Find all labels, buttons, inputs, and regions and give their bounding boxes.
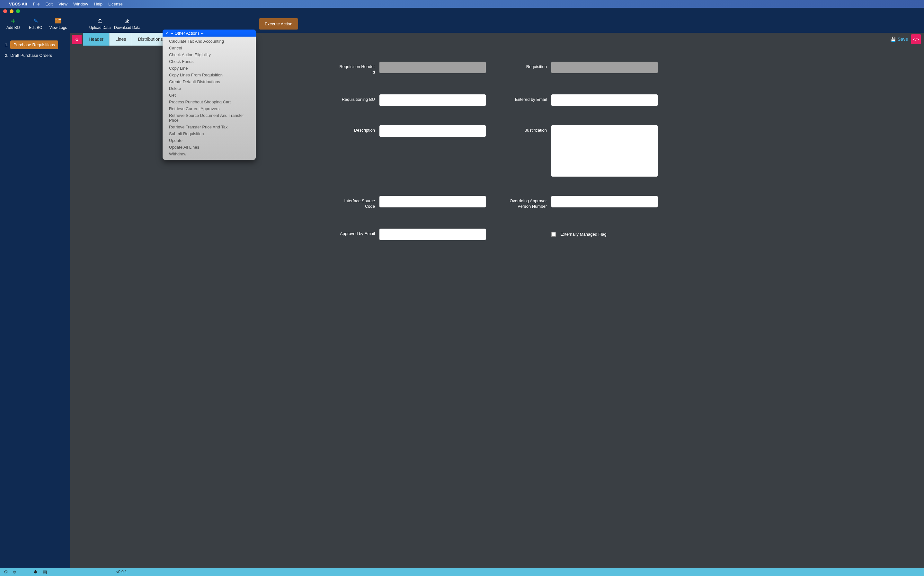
dropdown-option[interactable]: Create Default Distributions [162,78,256,85]
download-icon [124,18,130,24]
bug-icon[interactable]: ✱ [34,569,38,574]
dropdown-selected[interactable]: -- Other Actions -- [162,30,256,37]
field-requisition-header-id: Requisition Header Id [336,62,486,75]
sidebar-item-label: Purchase Requisitions [10,40,58,49]
upload-icon [97,18,103,24]
dropdown-option[interactable]: Retrieve Current Approvers [162,105,256,112]
add-bo-button[interactable]: ＋ Add BO [2,18,24,30]
input-entered-by-email[interactable] [551,94,658,106]
sidebar-item-number: 2. [4,53,8,58]
dropdown-option[interactable]: Check Funds [162,58,256,65]
code-view-button[interactable]: </> [911,34,921,44]
tab-header[interactable]: Header [83,33,109,46]
menu-view[interactable]: View [58,2,67,6]
label-interface-source-code: Interface Source Code [336,196,375,210]
dropdown-option[interactable]: Retrieve Transfer Price And Tax [162,123,256,130]
clipboard-icon[interactable]: ▤ [43,569,47,574]
field-entered-by-email: Entered by Email [508,94,658,106]
input-requisitioning-bu[interactable] [379,94,486,106]
other-actions-dropdown[interactable]: -- Other Actions -- Calculate Tax And Ac… [162,30,256,160]
save-icon: 💾 [890,37,896,42]
zoom-icon[interactable] [16,9,20,13]
edit-bo-button[interactable]: ✎ Edit BO [24,18,47,30]
label-requisition: Requisition [508,62,547,70]
save-button[interactable]: 💾 Save [890,33,908,46]
sidebar-item-label: Draft Purchase Orders [10,53,52,58]
dropdown-option[interactable]: Delete [162,85,256,92]
field-interface-source-code: Interface Source Code [336,196,486,210]
input-description[interactable] [379,125,486,137]
dropdown-option[interactable]: Get [162,92,256,99]
status-bar: ⚙ ⎋ ✱ ▤ v0.0.1 [0,568,924,576]
logs-icon [55,18,61,24]
execute-action-button[interactable]: Execute Action [259,18,298,30]
label-entered-by-email: Entered by Email [508,94,547,102]
dropdown-option[interactable]: Process Punchout Shopping Cart [162,99,256,105]
toolbar: ＋ Add BO ✎ Edit BO View Logs Upload Data… [0,15,924,33]
logout-icon[interactable]: ⎋ [13,569,16,574]
dropdown-list: Calculate Tax And Accounting Cancel Chec… [162,37,256,160]
app-name[interactable]: VBCS Alt [9,2,27,6]
collapse-sidebar-button[interactable]: « [72,35,82,44]
close-icon[interactable] [3,9,7,13]
sidebar-item-draft-purchase-orders[interactable]: 2. Draft Purchase Orders [0,51,70,60]
content: 1. Purchase Requisitions 2. Draft Purcha… [0,33,924,568]
label-requisitioning-bu: Requisitioning BU [336,94,375,102]
menu-help[interactable]: Help [94,2,103,6]
checkbox-externally-managed[interactable] [551,232,556,237]
input-approved-by-email[interactable] [379,229,486,240]
menu-license[interactable]: License [108,2,123,6]
field-description: Description [336,125,486,177]
dropdown-option[interactable]: Submit Requisition [162,130,256,137]
tab-lines[interactable]: Lines [109,33,132,46]
sidebar: 1. Purchase Requisitions 2. Draft Purcha… [0,33,70,568]
dropdown-option[interactable]: Copy Line [162,65,256,72]
chevron-double-left-icon: « [75,37,79,42]
menu-window[interactable]: Window [73,2,88,6]
sidebar-item-number: 1. [4,42,8,47]
upload-label: Upload Data [89,26,111,30]
dropdown-option[interactable]: Copy Lines From Requisition [162,72,256,78]
download-label: Download Data [114,26,140,30]
menu-file[interactable]: File [33,2,40,6]
gear-icon[interactable]: ⚙ [4,569,8,574]
window-titlebar [0,8,924,15]
field-requisitioning-bu: Requisitioning BU [336,94,486,106]
input-interface-source-code[interactable] [379,196,486,207]
dropdown-option[interactable]: Withdraw [162,150,256,157]
upload-data-button[interactable]: Upload Data [89,18,111,30]
view-logs-button[interactable]: View Logs [47,18,69,30]
dropdown-option[interactable]: Retrieve Source Document And Transfer Pr… [162,112,256,123]
label-requisition-header-id: Requisition Header Id [336,62,375,75]
plus-icon: ＋ [10,18,17,24]
dropdown-option[interactable]: Cancel [162,45,256,51]
minimize-icon[interactable] [10,9,13,13]
add-bo-label: Add BO [6,26,20,30]
version-label: v0.0.1 [116,570,127,574]
dropdown-option[interactable]: Check Action Eligibility [162,51,256,58]
dropdown-option[interactable]: Calculate Tax And Accounting [162,38,256,45]
menu-edit[interactable]: Edit [46,2,53,6]
field-overriding-approver: Overriding Approver Person Number [508,196,658,210]
dropdown-option[interactable]: Update All Lines [162,144,256,150]
field-approved-by-email: Approved by Email [336,229,486,240]
edit-bo-label: Edit BO [29,26,42,30]
download-data-button[interactable]: Download Data [111,18,143,30]
view-logs-label: View Logs [49,26,67,30]
label-description: Description [336,125,375,133]
code-icon: </> [913,37,919,42]
label-justification: Justification [508,125,547,133]
dropdown-option[interactable]: Update [162,137,256,144]
label-overriding-approver: Overriding Approver Person Number [508,196,547,210]
input-requisition-header-id[interactable] [379,62,486,73]
input-requisition[interactable] [551,62,658,73]
input-overriding-approver[interactable] [551,196,658,207]
sidebar-item-purchase-requisitions[interactable]: 1. Purchase Requisitions [0,38,70,51]
label-externally-managed: Externally Managed Flag [560,232,606,237]
field-externally-managed: Externally Managed Flag [508,229,658,240]
save-label: Save [898,37,908,42]
label-approved-by-email: Approved by Email [336,229,375,237]
mac-menubar: VBCS Alt File Edit View Window Help Lice… [0,0,924,8]
field-justification: Justification [508,125,658,177]
input-justification[interactable] [551,125,658,177]
